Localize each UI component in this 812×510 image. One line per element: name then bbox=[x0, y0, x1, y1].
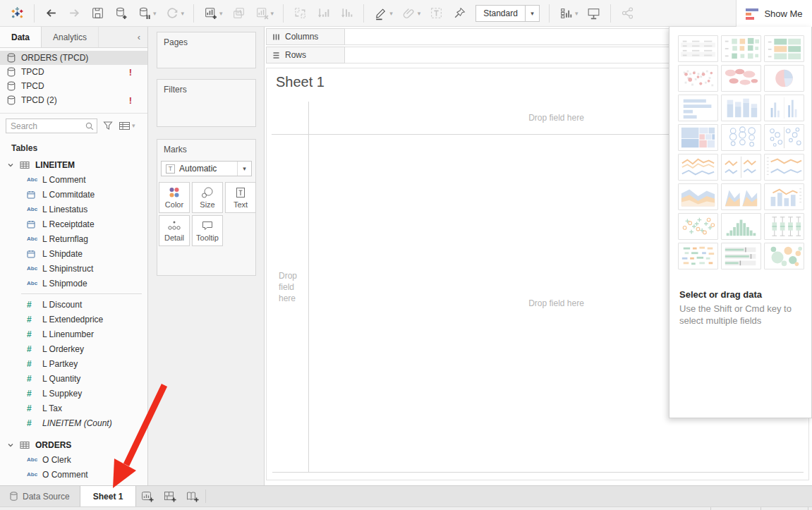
error-icon: ! bbox=[129, 95, 132, 106]
field-l-comment[interactable]: AbcL Comment bbox=[0, 172, 147, 187]
swap-rows-columns-button[interactable] bbox=[289, 3, 312, 24]
show-mark-labels-button[interactable] bbox=[425, 3, 448, 24]
columns-icon bbox=[272, 33, 280, 41]
chart-type-symbol-map[interactable] bbox=[678, 65, 718, 92]
chevron-down-icon[interactable] bbox=[7, 162, 14, 169]
collapse-pane-icon[interactable]: ‹ bbox=[131, 27, 147, 47]
datasource-item-orders-tpcd[interactable]: ORDERS (TPCD) bbox=[0, 51, 147, 65]
filter-fields-icon[interactable] bbox=[102, 120, 114, 131]
field-l-returnflag[interactable]: AbcL Returnflag bbox=[0, 231, 147, 246]
chart-type-text-table[interactable] bbox=[678, 35, 718, 62]
field-l-linenumber[interactable]: #L Linenumber bbox=[0, 327, 147, 341]
field-l-shipmode[interactable]: AbcL Shipmode bbox=[0, 276, 147, 291]
text-field-icon: Abc bbox=[27, 471, 42, 478]
chart-type-histogram[interactable] bbox=[721, 213, 761, 240]
chart-type-side-by-side-bars[interactable] bbox=[764, 95, 804, 121]
chart-type-box-and-whisker[interactable] bbox=[764, 213, 804, 240]
chart-type-circle-views[interactable] bbox=[721, 124, 761, 151]
filters-shelf[interactable]: Filters bbox=[157, 79, 256, 127]
field-l-commitdate[interactable]: L Commitdate bbox=[0, 187, 147, 202]
chart-type-line-chart[interactable] bbox=[764, 154, 804, 181]
field-l-discount[interactable]: #L Discount bbox=[0, 297, 147, 312]
mark-type-dropdown[interactable]: T Automatic ▾ bbox=[161, 161, 252, 176]
chart-type-side-by-side-circles[interactable] bbox=[764, 124, 804, 151]
tooltip-button[interactable]: Tooltip bbox=[192, 215, 223, 246]
field-l-shipinstruct[interactable]: AbcL Shipinstruct bbox=[0, 261, 147, 276]
size-button[interactable]: Size bbox=[192, 182, 223, 213]
sort-descending-button[interactable] bbox=[335, 3, 358, 24]
chart-type-lines-continuous[interactable] bbox=[678, 154, 718, 181]
chart-type-lines-discrete[interactable] bbox=[721, 154, 761, 181]
chart-type-heatmap[interactable] bbox=[721, 35, 761, 62]
field-l-orderkey[interactable]: #L Orderkey bbox=[0, 341, 147, 356]
new-worksheet-tab-button[interactable] bbox=[136, 486, 159, 506]
tab-sheet1[interactable]: Sheet 1 bbox=[80, 486, 137, 506]
show-me-button[interactable]: Show Me bbox=[736, 0, 812, 27]
drop-zone-rows[interactable]: Drop field here bbox=[272, 102, 309, 472]
group-members-button[interactable]: ▾ bbox=[397, 3, 425, 24]
field-l-quantity[interactable]: #L Quantity bbox=[0, 371, 147, 386]
search-input[interactable] bbox=[6, 119, 97, 133]
chart-type-treemap[interactable] bbox=[678, 124, 718, 151]
table-group-orders[interactable]: ORDERS bbox=[0, 437, 147, 452]
presentation-mode-button[interactable] bbox=[582, 3, 605, 24]
datasource-item-tpcd-2[interactable]: TPCD (2)! bbox=[0, 93, 147, 107]
field-l-extendedprice[interactable]: #L Extendedprice bbox=[0, 312, 147, 327]
sort-ascending-button[interactable] bbox=[312, 3, 335, 24]
color-button[interactable]: Color bbox=[159, 182, 190, 213]
new-worksheet-button[interactable]: ▾ bbox=[199, 3, 227, 24]
chart-type-packed-bubbles[interactable] bbox=[764, 243, 804, 269]
field-o-clerk[interactable]: AbcO Clerk bbox=[0, 452, 147, 467]
undo-button[interactable] bbox=[40, 3, 63, 24]
datasource-item-tpcd[interactable]: TPCD bbox=[0, 79, 147, 93]
mark-buttons: Color Size Text Detail Tooltip bbox=[157, 176, 255, 246]
datasource-item-tpcd[interactable]: TPCD! bbox=[0, 65, 147, 79]
chart-type-dual-combination[interactable] bbox=[764, 183, 804, 210]
new-story-tab-button[interactable] bbox=[181, 486, 204, 506]
field-o-comment[interactable]: AbcO Comment bbox=[0, 467, 147, 482]
field-l-suppkey[interactable]: #L Suppkey bbox=[0, 386, 147, 401]
clear-sheet-button[interactable]: ▾ bbox=[250, 3, 279, 24]
view-options-icon[interactable]: ▾ bbox=[119, 121, 135, 131]
field-l-receiptdate[interactable]: L Receiptdate bbox=[0, 217, 147, 231]
detail-button[interactable]: Detail bbox=[159, 215, 190, 246]
chart-type-bullet-graph[interactable] bbox=[721, 243, 761, 269]
sheet-title[interactable]: Sheet 1 bbox=[276, 74, 325, 90]
chart-type-gantt[interactable] bbox=[678, 243, 718, 269]
chart-type-horizontal-bars[interactable] bbox=[678, 95, 718, 121]
run-auto-updates-button[interactable]: ▾ bbox=[161, 3, 189, 24]
text-button[interactable]: Text bbox=[225, 182, 256, 213]
pages-shelf[interactable]: Pages bbox=[157, 32, 256, 68]
chevron-down-icon[interactable] bbox=[7, 442, 14, 449]
chart-type-stacked-bars[interactable] bbox=[721, 95, 761, 121]
search-field[interactable] bbox=[6, 119, 97, 133]
save-button[interactable] bbox=[86, 3, 109, 24]
new-dashboard-tab-button[interactable] bbox=[159, 486, 181, 506]
chart-type-area-continuous[interactable] bbox=[678, 183, 718, 210]
chart-type-scatter-plot[interactable] bbox=[678, 213, 718, 240]
redo-button[interactable] bbox=[63, 3, 86, 24]
chevron-down-icon[interactable]: ▾ bbox=[525, 6, 539, 21]
field-l-shipdate[interactable]: L Shipdate bbox=[0, 246, 147, 261]
share-workbook-button[interactable] bbox=[616, 3, 639, 24]
chart-type-filled-map[interactable] bbox=[721, 65, 761, 92]
chart-type-area-discrete[interactable] bbox=[721, 183, 761, 210]
tab-data[interactable]: Data bbox=[0, 27, 42, 47]
fix-axes-button[interactable] bbox=[448, 3, 471, 24]
chart-type-highlight-table[interactable] bbox=[764, 35, 804, 62]
field-l-tax[interactable]: #L Tax bbox=[0, 401, 147, 415]
field-lineitem-count[interactable]: #LINEITEM (Count) bbox=[0, 415, 147, 430]
chart-type-pie-chart[interactable] bbox=[764, 65, 804, 92]
duplicate-sheet-button[interactable] bbox=[227, 3, 250, 24]
tableau-logo-icon[interactable] bbox=[6, 3, 29, 24]
table-group-lineitem[interactable]: LINEITEM bbox=[0, 157, 147, 172]
new-data-source-button[interactable] bbox=[109, 3, 133, 24]
highlight-button[interactable]: ▾ bbox=[369, 3, 397, 24]
pause-auto-updates-button[interactable]: ▾ bbox=[133, 3, 161, 24]
tab-analytics[interactable]: Analytics bbox=[42, 27, 99, 47]
field-l-linestatus[interactable]: AbcL Linestatus bbox=[0, 202, 147, 217]
show-hide-cards-button[interactable]: ▾ bbox=[555, 3, 583, 24]
field-l-partkey[interactable]: #L Partkey bbox=[0, 356, 147, 371]
tab-data-source[interactable]: Data Source bbox=[0, 486, 80, 506]
fit-select[interactable]: Standard ▾ bbox=[475, 5, 540, 22]
